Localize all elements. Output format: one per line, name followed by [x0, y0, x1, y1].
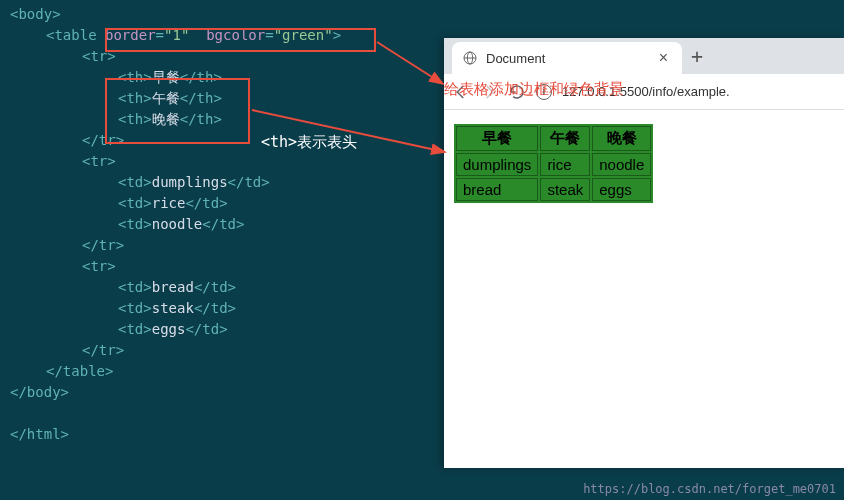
close-icon[interactable]: ×: [655, 49, 672, 67]
tag-table-open: <table: [46, 27, 105, 43]
td-text-2: rice: [152, 195, 186, 211]
td-text-5: steak: [152, 300, 194, 316]
td-text-1: dumplings: [152, 174, 228, 190]
code-editor-panel: <body> <table border="1" bgcolor="green"…: [0, 0, 440, 480]
table-cell: dumplings: [456, 153, 538, 176]
td-text-4: bread: [152, 279, 194, 295]
browser-tab[interactable]: Document ×: [452, 42, 682, 74]
table-row: dumplings rice noodle: [456, 153, 651, 176]
table-cell: noodle: [592, 153, 651, 176]
table-cell: bread: [456, 178, 538, 201]
browser-content: 早餐 午餐 晚餐 dumplings rice noodle bread ste…: [444, 110, 844, 217]
annotation-th-meaning: <th>表示表头: [261, 133, 357, 152]
table-header-cell: 晚餐: [592, 126, 651, 151]
tag-body-open: <body>: [10, 6, 61, 22]
browser-tabbar: Document × +: [444, 38, 844, 74]
watermark: https://blog.csdn.net/forget_me0701: [583, 482, 836, 496]
new-tab-button[interactable]: +: [682, 44, 712, 68]
td-text-6: eggs: [152, 321, 186, 337]
tag-table-close: </table>: [46, 363, 113, 379]
tag-html-close: </html>: [10, 426, 69, 442]
annotation-border-bg: 给表格添加边框和绿色背景: [444, 80, 624, 99]
table-cell: steak: [540, 178, 590, 201]
highlight-box-th: [105, 78, 250, 144]
table-header-cell: 午餐: [540, 126, 590, 151]
tab-title: Document: [486, 51, 545, 66]
rendered-table: 早餐 午餐 晚餐 dumplings rice noodle bread ste…: [454, 124, 653, 203]
table-cell: eggs: [592, 178, 651, 201]
table-row: bread steak eggs: [456, 178, 651, 201]
td-text-3: noodle: [152, 216, 203, 232]
tag-body-close: </body>: [10, 384, 69, 400]
browser-window: Document × + i 127.0.0.1:5500/info/examp…: [444, 38, 844, 468]
highlight-box-attrs: [105, 28, 376, 52]
globe-icon: [462, 50, 478, 66]
table-header-cell: 早餐: [456, 126, 538, 151]
table-row: 早餐 午餐 晚餐: [456, 126, 651, 151]
table-cell: rice: [540, 153, 590, 176]
